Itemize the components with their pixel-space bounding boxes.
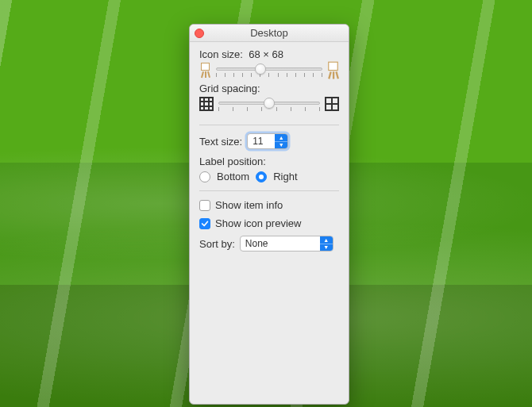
label-position-right-text: Right <box>273 171 297 182</box>
window-title: Desktop <box>190 27 349 39</box>
icon-size-section: Icon size: 68 × 68 <box>190 42 349 83</box>
sort-by-select[interactable]: None ▲ ▼ <box>240 236 333 251</box>
icon-size-value: 68 × 68 <box>249 48 283 60</box>
show-item-info-label: Show item info <box>215 199 283 211</box>
text-size-value: 11 <box>248 134 275 148</box>
grid-spacing-section: Grid spacing: <box>190 83 349 117</box>
label-position-right-radio[interactable] <box>256 171 267 182</box>
chevron-up-icon[interactable]: ▲ <box>275 134 287 142</box>
view-options-window: Desktop Icon size: 68 × 68 Grid spacing: <box>189 24 349 405</box>
chevron-down-icon[interactable]: ▼ <box>275 142 287 149</box>
sort-by-label: Sort by: <box>199 238 235 250</box>
titlebar[interactable]: Desktop <box>190 25 349 42</box>
label-position-label: Label position: <box>199 156 339 167</box>
check-icon <box>201 220 209 228</box>
show-icon-preview-label: Show icon preview <box>215 217 301 229</box>
show-item-info-row[interactable]: Show item info <box>199 196 339 214</box>
show-icon-preview-row[interactable]: Show icon preview <box>199 214 339 232</box>
text-size-row: Text size: 11 ▲ ▼ <box>199 130 339 152</box>
show-item-info-checkbox[interactable] <box>199 200 210 211</box>
divider <box>199 125 339 125</box>
icon-size-slider[interactable] <box>216 62 322 78</box>
label-position-bottom-radio[interactable] <box>199 171 210 182</box>
grid-large-icon <box>325 97 339 111</box>
chevron-down-icon[interactable]: ▼ <box>320 244 333 251</box>
grid-spacing-slider[interactable] <box>218 96 320 112</box>
grid-spacing-slider-knob[interactable] <box>264 98 275 109</box>
divider <box>199 190 339 191</box>
text-size-stepper[interactable]: 11 ▲ ▼ <box>247 133 288 149</box>
large-icon-icon <box>326 62 340 79</box>
text-size-label: Text size: <box>199 136 242 148</box>
sort-by-row: Sort by: None ▲ ▼ <box>199 232 339 255</box>
grid-spacing-label: Grid spacing: <box>199 83 339 94</box>
small-icon-icon <box>199 63 211 77</box>
icon-size-slider-knob[interactable] <box>255 63 266 75</box>
grid-small-icon <box>199 97 214 111</box>
chevron-up-icon[interactable]: ▲ <box>320 236 333 244</box>
show-icon-preview-checkbox[interactable] <box>199 218 210 229</box>
sort-by-value: None <box>241 236 320 251</box>
icon-size-label: Icon size: 68 × 68 <box>199 48 339 60</box>
label-position-bottom-text: Bottom <box>217 171 249 182</box>
